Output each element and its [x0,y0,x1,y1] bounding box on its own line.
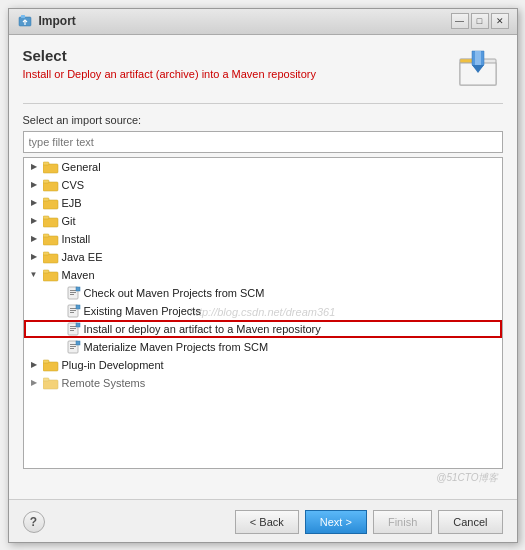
label-maven-checkout: Check out Maven Projects from SCM [84,287,265,299]
help-button[interactable]: ? [23,511,45,533]
folder-icon-ejb [43,196,59,210]
filter-label: Select an import source: [23,114,503,126]
arrow-remote: ▶ [28,377,40,389]
tree-item-remote[interactable]: ▶ Remote Systems [24,374,502,392]
svg-rect-20 [43,272,58,281]
label-javaee: Java EE [62,251,103,263]
folder-icon-general [43,160,59,174]
svg-rect-14 [43,218,58,227]
file-icon-maven-materialize [67,340,81,354]
svg-rect-28 [70,308,76,309]
svg-rect-13 [43,198,49,201]
svg-rect-15 [43,216,49,219]
svg-rect-9 [43,162,49,165]
svg-rect-35 [70,330,74,331]
close-button[interactable]: ✕ [491,13,509,29]
svg-rect-7 [475,51,481,65]
tree-container[interactable]: http://blog.csdn.net/dream361 ▶ General … [23,157,503,469]
window-controls: — □ ✕ [451,13,509,29]
tree-item-install[interactable]: ▶ Install [24,230,502,248]
tree-item-ejb[interactable]: ▶ EJB [24,194,502,212]
title-bar: Import — □ ✕ [9,9,517,35]
next-button[interactable]: Next > [305,510,367,534]
header-text: Select Install or Deploy an artifact (ar… [23,47,453,80]
footer: ? < Back Next > Finish Cancel [9,499,517,542]
finish-button[interactable]: Finish [373,510,432,534]
svg-rect-41 [76,341,80,345]
tree-item-maven-existing[interactable]: Existing Maven Projects [24,302,502,320]
tree-item-maven-checkout[interactable]: Check out Maven Projects from SCM [24,284,502,302]
arrow-cvs: ▶ [28,179,40,191]
arrow-maven-existing [52,305,64,317]
tree-item-cvs[interactable]: ▶ CVS [24,176,502,194]
svg-rect-31 [76,305,80,309]
window-icon [17,13,33,29]
folder-icon-git [43,214,59,228]
label-maven: Maven [62,269,95,281]
label-cvs: CVS [62,179,85,191]
arrow-maven: ▼ [28,269,40,281]
cancel-button[interactable]: Cancel [438,510,502,534]
tree-item-git[interactable]: ▶ Git [24,212,502,230]
arrow-install: ▶ [28,233,40,245]
tree-item-plugin[interactable]: ▶ Plug-in Development [24,356,502,374]
folder-icon-maven [43,268,59,282]
svg-rect-39 [70,346,76,347]
label-remote: Remote Systems [62,377,146,389]
svg-rect-34 [70,328,76,329]
file-icon-maven-install [67,322,81,336]
svg-rect-26 [76,287,80,291]
svg-rect-12 [43,200,58,209]
header-icon [453,47,503,89]
back-button[interactable]: < Back [235,510,299,534]
separator [23,103,503,104]
svg-rect-1 [21,15,25,18]
label-maven-existing: Existing Maven Projects [84,305,201,317]
tree-item-maven[interactable]: ▼ Maven [24,266,502,284]
folder-icon-javaee [43,250,59,264]
label-maven-install: Install or deploy an artifact to a Maven… [84,323,321,335]
svg-rect-24 [70,292,76,293]
svg-rect-23 [70,290,76,291]
arrow-maven-materialize [52,341,64,353]
folder-icon-cvs [43,178,59,192]
svg-rect-8 [43,164,58,173]
svg-rect-36 [76,323,80,327]
filter-input[interactable] [23,131,503,153]
content-area: Select Install or Deploy an artifact (ar… [9,35,517,499]
import-dialog: Import — □ ✕ Select Install or Deploy an… [8,8,518,543]
section-title: Select [23,47,453,64]
label-general: General [62,161,101,173]
svg-rect-10 [43,182,58,191]
svg-rect-33 [70,326,76,327]
svg-rect-45 [43,378,49,381]
folder-icon-remote [43,376,59,390]
tree-item-maven-install[interactable]: Install or deploy an artifact to a Maven… [24,320,502,338]
svg-rect-44 [43,380,58,389]
label-ejb: EJB [62,197,82,209]
tree-item-maven-materialize[interactable]: Materialize Maven Projects from SCM [24,338,502,356]
arrow-plugin: ▶ [28,359,40,371]
file-icon-maven-checkout [67,286,81,300]
folder-icon-install [43,232,59,246]
svg-rect-19 [43,252,49,255]
file-icon-maven-existing [67,304,81,318]
folder-icon-plugin [43,358,59,372]
svg-rect-43 [43,360,49,363]
tree-item-javaee[interactable]: ▶ Java EE [24,248,502,266]
arrow-maven-checkout [52,287,64,299]
maximize-button[interactable]: □ [471,13,489,29]
label-maven-materialize: Materialize Maven Projects from SCM [84,341,269,353]
header-section: Select Install or Deploy an artifact (ar… [23,47,503,89]
minimize-button[interactable]: — [451,13,469,29]
label-install: Install [62,233,91,245]
tree-item-general[interactable]: ▶ General [24,158,502,176]
arrow-ejb: ▶ [28,197,40,209]
svg-rect-21 [43,270,49,273]
arrow-maven-install [52,323,64,335]
label-plugin: Plug-in Development [62,359,164,371]
svg-rect-42 [43,362,58,371]
arrow-git: ▶ [28,215,40,227]
svg-rect-16 [43,236,58,245]
section-subtitle: Install or Deploy an artifact (archive) … [23,68,453,80]
